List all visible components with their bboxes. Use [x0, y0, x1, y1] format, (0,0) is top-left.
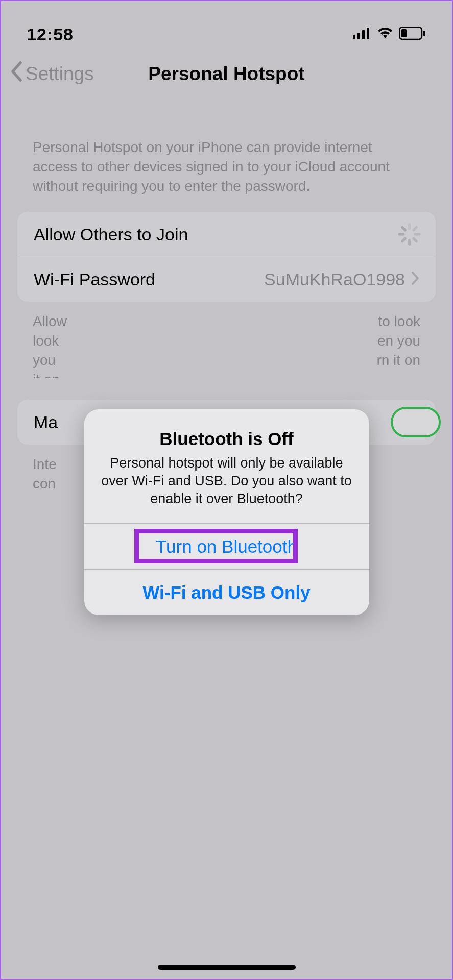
wifi-icon: [376, 27, 394, 41]
status-time: 12:58: [27, 24, 74, 44]
wifi-password-value: SuMuKhRaO1998: [264, 270, 405, 289]
maximize-compat-toggle[interactable]: [391, 407, 441, 437]
spinner-icon: [397, 223, 419, 246]
battery-icon: [399, 27, 426, 42]
alert-secondary-label: Wi-Fi and USB Only: [142, 582, 310, 603]
back-label: Settings: [26, 63, 94, 85]
svg-rect-0: [353, 35, 355, 39]
svg-rect-6: [423, 31, 425, 36]
settings-group-main: Allow Others to Join Wi-Fi Password SuMu…: [17, 212, 436, 302]
wifi-password-row[interactable]: Wi-Fi Password SuMuKhRaO1998: [17, 257, 436, 302]
turn-on-bluetooth-button[interactable]: Turn on Bluetooth: [84, 523, 369, 569]
status-icons: [353, 27, 426, 42]
alert-message: Personal hotspot will only be available …: [100, 454, 354, 508]
cellular-icon: [353, 27, 371, 41]
home-indicator[interactable]: [158, 965, 296, 970]
svg-rect-5: [401, 29, 407, 37]
bluetooth-alert: Bluetooth is Off Personal hotspot will o…: [84, 409, 369, 615]
chevron-right-icon: [411, 270, 419, 289]
nav-bar: Settings Personal Hotspot: [1, 50, 452, 98]
alert-title: Bluetooth is Off: [100, 429, 354, 449]
status-bar: 12:58: [1, 1, 452, 50]
chevron-left-icon: [10, 61, 22, 86]
wifi-usb-only-button[interactable]: Wi-Fi and USB Only: [84, 569, 369, 615]
back-button[interactable]: Settings: [10, 61, 94, 86]
svg-rect-1: [357, 33, 360, 39]
alert-primary-label: Turn on Bluetooth: [156, 536, 297, 557]
hotspot-description: Personal Hotspot on your iPhone can prov…: [1, 98, 452, 212]
svg-rect-3: [367, 28, 369, 39]
wifi-password-label: Wi-Fi Password: [34, 270, 155, 289]
allow-others-label: Allow Others to Join: [34, 225, 188, 244]
allow-others-footer: Allowto look looken you yourn it on it o…: [1, 302, 452, 378]
maximize-compat-label: Ma: [34, 412, 58, 432]
svg-rect-2: [362, 30, 365, 39]
allow-others-row[interactable]: Allow Others to Join: [17, 212, 436, 257]
